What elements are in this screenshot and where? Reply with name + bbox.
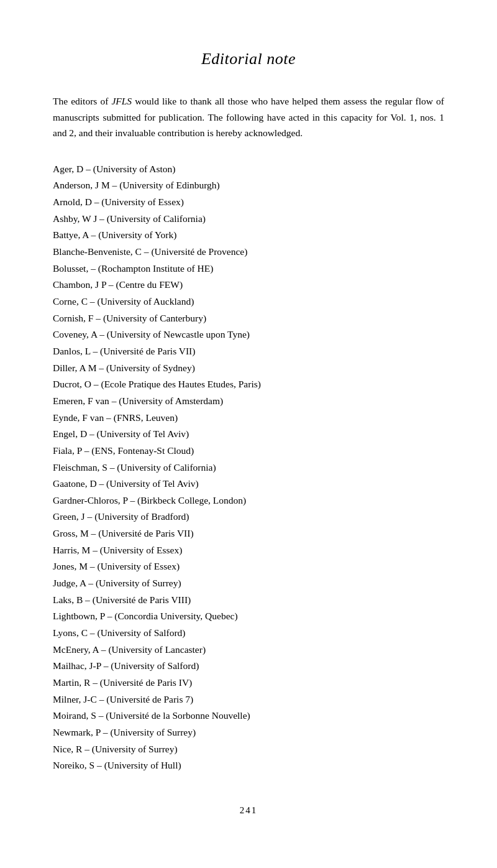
list-item: Ager, D – (University of Aston) (53, 161, 444, 178)
page-number: 241 (53, 805, 444, 816)
intro-text-before: The editors of (53, 96, 111, 106)
page: Editorial note The editors of JFLS would… (0, 0, 497, 868)
list-item: Laks, B – (Université de Paris VIII) (53, 592, 444, 609)
list-item: Mailhac, J-P – (University of Salford) (53, 658, 444, 675)
list-item: Nice, R – (University of Surrey) (53, 741, 444, 758)
list-item: Jones, M – (University of Essex) (53, 558, 444, 575)
list-item: Danlos, L – (Université de Paris VII) (53, 343, 444, 360)
list-item: Lightbown, P – (Concordia University, Qu… (53, 608, 444, 625)
list-item: Emeren, F van – (University of Amsterdam… (53, 393, 444, 410)
list-item: Martin, R – (Université de Paris IV) (53, 675, 444, 691)
list-item: Ducrot, O – (Ecole Pratique des Hautes E… (53, 376, 444, 393)
list-item: Milner, J-C – (Université de Paris 7) (53, 691, 444, 708)
intro-paragraph: The editors of JFLS would like to thank … (53, 93, 444, 141)
list-item: Corne, C – (University of Auckland) (53, 293, 444, 310)
list-item: Anderson, J M – (University of Edinburgh… (53, 177, 444, 194)
list-item: Moirand, S – (Université de la Sorbonne … (53, 708, 444, 724)
list-item: Diller, A M – (University of Sydney) (53, 360, 444, 377)
page-title: Editorial note (53, 50, 444, 68)
list-item: Gaatone, D – (University of Tel Aviv) (53, 476, 444, 492)
list-item: Judge, A – (University of Surrey) (53, 575, 444, 592)
list-item: Chambon, J P – (Centre du FEW) (53, 277, 444, 293)
list-item: Eynde, F van – (FNRS, Leuven) (53, 410, 444, 427)
list-item: Newmark, P – (University of Surrey) (53, 724, 444, 741)
list-item: Blanche-Benveniste, C – (Université de P… (53, 244, 444, 261)
list-item: Engel, D – (University of Tel Aviv) (53, 426, 444, 443)
list-item: Bolusset, – (Rochampton Institute of HE) (53, 261, 444, 277)
list-item: Coveney, A – (University of Newcastle up… (53, 326, 444, 343)
list-item: Ashby, W J – (University of California) (53, 211, 444, 228)
list-item: Arnold, D – (University of Essex) (53, 194, 444, 211)
list-item: Gardner-Chloros, P – (Birkbeck College, … (53, 492, 444, 509)
names-list: Ager, D – (University of Aston)Anderson,… (53, 161, 444, 774)
list-item: Gross, M – (Université de Paris VII) (53, 525, 444, 542)
list-item: Green, J – (University of Bradford) (53, 509, 444, 525)
list-item: Harris, M – (University of Essex) (53, 542, 444, 559)
journal-title: JFLS (111, 96, 132, 106)
list-item: Cornish, F – (University of Canterbury) (53, 310, 444, 327)
list-item: Fiala, P – (ENS, Fontenay-St Cloud) (53, 443, 444, 459)
list-item: Lyons, C – (University of Salford) (53, 625, 444, 642)
list-item: Noreiko, S – (University of Hull) (53, 757, 444, 774)
list-item: Fleischman, S – (University of Californi… (53, 459, 444, 476)
list-item: McEnery, A – (University of Lancaster) (53, 642, 444, 658)
list-item: Battye, A – (University of York) (53, 227, 444, 244)
